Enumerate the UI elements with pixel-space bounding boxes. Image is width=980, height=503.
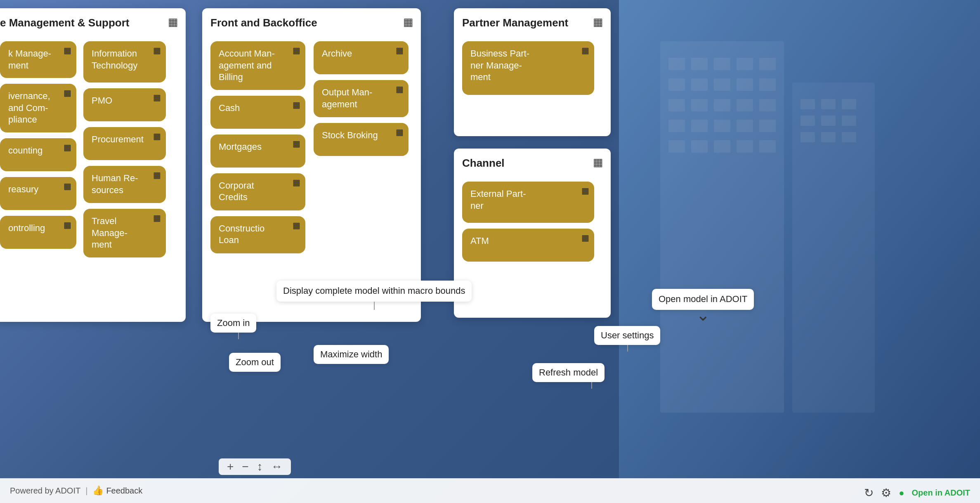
panel-channel-title: Channel (462, 157, 602, 170)
panel-partner-management: ▦ Partner Management ▦ Business Part-ner… (454, 8, 611, 136)
node-pmo[interactable]: ▦ PMO (83, 88, 166, 121)
panel-left-title: e Management & Support (0, 17, 177, 29)
feedback-icon: 👍 (92, 485, 104, 496)
vertical-fit-button[interactable]: ↕ (254, 461, 266, 472)
node-travel-management[interactable]: ▦ Travel Manage-ment (83, 209, 166, 257)
feedback-label: Feedback (106, 486, 142, 496)
tooltip-open-adoit: Open model in ADOIT ⌄ (652, 289, 754, 310)
node-information-technology[interactable]: ▦ InformationTechnology (83, 41, 166, 83)
partner-nodes: ▦ Business Part-ner Manage-ment (462, 41, 594, 95)
node-human-resources[interactable]: ▦ Human Re-sources (83, 166, 166, 203)
toolbar-right[interactable]: ↻ ⚙ ● Open in ADOIT (864, 486, 970, 500)
panel-center-title: Front and Backoffice (210, 17, 413, 29)
tooltip-zoomin-arrow (238, 333, 239, 339)
panel-channel-icon: ▦ (593, 156, 603, 169)
panel-center-icon: ▦ (403, 16, 413, 28)
tooltip-zoom-in: Zoom in (210, 314, 256, 333)
node-external-partner[interactable]: ▦ External Part-ner (462, 182, 594, 223)
panel-partner-title: Partner Management (462, 17, 602, 29)
panel-management-support: ▦ e Management & Support ▦ k Manage-ment… (0, 8, 186, 322)
refresh-button[interactable]: ↻ (864, 486, 874, 500)
bottom-divider: | (85, 486, 87, 496)
tooltip-settings-arrow (627, 345, 628, 352)
node-construction-loan[interactable]: ▦ ConstructioLoan (210, 216, 305, 253)
node-procurement[interactable]: ▦ Procurement (83, 127, 166, 160)
center-col1-nodes: ▦ Account Man-agement andBilling ▦ Cash … (210, 41, 305, 253)
node-mortgages[interactable]: ▦ Mortgages (210, 135, 305, 168)
center-col2-nodes: ▦ Archive ▦ Output Man-agement ▦ Stock B… (314, 41, 409, 156)
node-cash[interactable]: ▦ Cash (210, 96, 305, 129)
node-controlling[interactable]: ▦ ontrolling (0, 216, 76, 249)
canvas-area[interactable]: ▦ e Management & Support ▦ k Manage-ment… (0, 0, 980, 503)
node-counting[interactable]: ▦ counting (0, 138, 76, 171)
node-archive[interactable]: ▦ Archive (314, 41, 409, 74)
node-account-management[interactable]: ▦ Account Man-agement andBilling (210, 41, 305, 90)
horizontal-fit-button[interactable]: ↔ (268, 461, 286, 472)
tooltip-adoit-arrow: ⌄ (696, 303, 710, 326)
zoom-controls[interactable]: + − ↕ ↔ (219, 458, 291, 475)
zoom-out-button[interactable]: − (239, 461, 252, 472)
feedback-button[interactable]: 👍 Feedback (92, 485, 142, 496)
open-in-adoit-button[interactable]: Open in ADOIT (912, 488, 970, 498)
tooltip-refresh-arrow (591, 382, 592, 389)
panel-partner-icon: ▦ (593, 16, 603, 28)
settings-button[interactable]: ⚙ (881, 486, 891, 500)
node-output-management[interactable]: ▦ Output Man-agement (314, 80, 409, 117)
left-col1-nodes: ▦ k Manage-ment ▦ ivernance,and Com-plia… (0, 41, 76, 249)
node-treasury[interactable]: ▦ reasury (0, 177, 76, 210)
node-k-management[interactable]: ▦ k Manage-ment (0, 41, 76, 78)
tooltip-user-settings: User settings (594, 326, 660, 345)
node-atm[interactable]: ▦ ATM (462, 229, 594, 262)
tooltip-display-complete: Display complete model within macro boun… (276, 281, 472, 302)
open-adoit-icon: ● (899, 488, 904, 498)
zoom-in-button[interactable]: + (224, 461, 237, 472)
node-corporate-credits[interactable]: ▦ CorporatCredits (210, 173, 305, 210)
panel-channel: ▦ Channel ▦ External Part-ner ▦ ATM (454, 149, 611, 318)
powered-by-text: Powered by ADOIT (10, 486, 80, 496)
tooltip-maximize-width: Maximize width (314, 345, 389, 364)
tooltip-display-arrow (374, 302, 375, 310)
panel-front-backoffice: ▦ Front and Backoffice ▦ Account Man-age… (202, 8, 421, 322)
left-col2-nodes: ▦ InformationTechnology ▦ PMO ▦ Procurem… (83, 41, 166, 257)
node-business-partner[interactable]: ▦ Business Part-ner Manage-ment (462, 41, 594, 95)
tooltip-zoom-out: Zoom out (229, 353, 281, 372)
channel-nodes: ▦ External Part-ner ▦ ATM (462, 182, 594, 262)
panel-left-icon: ▦ (168, 16, 178, 28)
bottom-bar: Powered by ADOIT | 👍 Feedback ↻ ⚙ ● Open… (0, 478, 980, 503)
tooltip-refresh-model: Refresh model (532, 363, 605, 382)
node-stock-broking[interactable]: ▦ Stock Broking (314, 123, 409, 156)
node-governance[interactable]: ▦ ivernance,and Com-pliance (0, 84, 76, 132)
